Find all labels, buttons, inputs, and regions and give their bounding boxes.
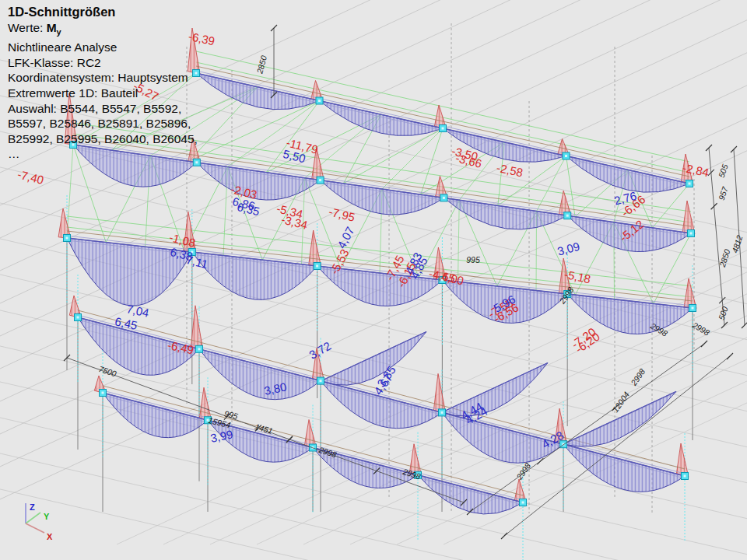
dimension-value-label: 995 (466, 255, 480, 264)
axis-z-label: Z (30, 502, 35, 512)
moment-value-label: -3,34 (280, 212, 309, 232)
selection-line-1: Auswahl: B5544, B5547, B5592, (8, 101, 249, 117)
moment-value-label: -3,66 (454, 151, 483, 170)
lfk-line: LFK-Klasse: RC2 (8, 55, 249, 71)
selection-ellipsis: … (8, 146, 249, 162)
dimension-value-label: 2998 (514, 461, 533, 482)
moment-value-label: -7,95 (328, 205, 356, 224)
axis-x-label: X (47, 532, 53, 541)
analysis-line: Nichtlineare Analyse (8, 40, 249, 55)
axis-y-label: Y (44, 512, 50, 521)
results-info-panel: 1D-Schnittgrößen Werte: My Nichtlineare … (8, 5, 249, 162)
coordsys-line: Koordinatensystem: Hauptsystem (8, 70, 249, 86)
dimension-value-label: 2850 (254, 54, 268, 75)
moment-value-label: -2,58 (496, 161, 524, 180)
dimension-value-label: 957 (717, 184, 730, 201)
dimension-value-label: 4812 (730, 234, 745, 254)
dimension-value-label: 12004 (610, 390, 631, 414)
moment-value-label: 6,35 (236, 200, 261, 219)
axis-triad: Z Y X (26, 502, 53, 541)
dimension-value-label: 7500 (97, 364, 117, 379)
selection-line-3: B25992, B25995, B26040, B26045, (8, 131, 249, 147)
moment-value-label: 3,09 (556, 240, 581, 258)
moment-value-label: -7,40 (16, 167, 45, 187)
dimension-value-label: 500 (717, 305, 730, 321)
dimension-value-label: 2998 (690, 320, 711, 338)
selection-line-2: B5597, B25846, B25891, B25896, (8, 116, 249, 131)
extremes-line: Extremwerte 1D: Bauteil (8, 86, 249, 101)
panel-title: 1D-Schnittgrößen (8, 5, 249, 20)
dimension-value-label: 505 (717, 163, 730, 179)
moment-value-label: 4,07 (335, 225, 357, 251)
moment-value-label: -4,00 (437, 269, 465, 288)
application-viewport: -6,39-5,27-7,40-11,79-3,50-3,66-2,58-2,8… (0, 0, 747, 560)
values-line: Werte: My (8, 20, 249, 40)
moment-value-label: 3,72 (307, 339, 333, 362)
